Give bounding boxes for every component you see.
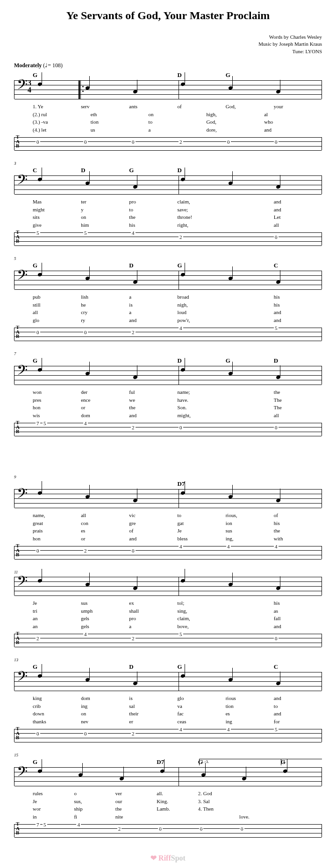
- tab-staff: TAB24250: [14, 634, 322, 647]
- tab-fret-number: 5: [43, 420, 47, 426]
- lyric-line: gloryandpow'r,and: [33, 316, 322, 324]
- chord-row: CDGD: [14, 167, 322, 174]
- lyrics-block: rulesoverall.2. GodJesus,ourKing.3. Salw…: [14, 790, 322, 820]
- tab-fret-number: 0: [226, 139, 231, 145]
- lyric-syllable: Son.: [178, 404, 226, 412]
- tab-fret-number: 2: [117, 826, 122, 832]
- tab-fret-number: 7: [36, 420, 40, 426]
- lyric-syllable: have.: [178, 396, 226, 404]
- lyric-syllable: claim,: [178, 615, 226, 623]
- lyric-syllable: and: [129, 535, 177, 543]
- lyric-syllable: sits: [33, 213, 81, 221]
- note-stem: [280, 175, 280, 187]
- tab-fret-number: 0: [240, 826, 244, 832]
- note-stem: [232, 266, 233, 278]
- note-stem: [185, 263, 185, 274]
- note-stem: [42, 481, 42, 493]
- lyric-syllable: and: [264, 126, 322, 134]
- lyric-line: kingdomisgloriousand: [33, 694, 322, 702]
- measure-number: 5: [14, 256, 16, 261]
- note-stem: [89, 485, 90, 497]
- lyric-syllable: cry: [81, 308, 129, 316]
- measure-number: 3: [14, 161, 16, 166]
- tab-label: TAB: [16, 230, 20, 243]
- note-stem: [137, 672, 137, 683]
- tab-fret-number: 0: [274, 139, 279, 145]
- chord-symbol: [81, 71, 129, 79]
- lyric-syllable: pres: [33, 396, 81, 404]
- lyric-syllable: con: [81, 519, 129, 527]
- lyric-syllable: rious,: [226, 511, 274, 519]
- lyric-syllable: all.: [157, 790, 198, 798]
- words-credit: Words by Charles Wesley: [14, 34, 322, 41]
- lyric-syllable: [226, 316, 274, 324]
- lyric-syllable: bless: [178, 535, 226, 543]
- lyric-syllable: 2. God: [198, 790, 239, 798]
- lyric-syllable: er: [129, 718, 177, 726]
- lyric-syllable: pro: [129, 615, 177, 623]
- note-stem: [137, 270, 137, 282]
- lyric-line: angelsabove,and: [33, 623, 322, 630]
- lyric-syllable: [281, 798, 322, 805]
- lyric-syllable: ing: [81, 702, 129, 710]
- chord-symbol: [33, 480, 81, 488]
- lyric-syllable: tion: [91, 118, 149, 126]
- lyric-line: downontheirfacesand: [33, 710, 322, 718]
- lyric-syllable: der: [81, 388, 129, 396]
- lyric-syllable: down: [33, 710, 81, 718]
- lyric-syllable: The: [274, 396, 322, 404]
- chord-symbol: D: [129, 663, 177, 671]
- lyric-syllable: your: [274, 103, 322, 111]
- lyric-line: worshiptheLamb.4. Then: [33, 805, 322, 813]
- tab-fret-number: 4: [226, 544, 231, 549]
- lyric-syllable: on: [81, 710, 129, 718]
- chord-symbol: G: [226, 357, 274, 364]
- lyrics-block: name,allvictorious,ofgreatcongregationhi…: [14, 511, 322, 542]
- notation-staff: 𝄢: [14, 489, 322, 508]
- tab-fret-number: 4: [274, 544, 279, 549]
- lyric-syllable: their: [129, 710, 177, 718]
- lyric-syllable: name,: [33, 511, 81, 519]
- note-stem: [232, 668, 233, 679]
- lyric-line: greatcongregationhis: [33, 519, 322, 527]
- lyric-syllable: claim,: [178, 198, 226, 206]
- lyric-syllable: and: [274, 308, 322, 316]
- music-credit: Music by Joseph Martin Kraus: [14, 41, 322, 48]
- lyric-syllable: and: [129, 316, 177, 324]
- notation-staff: 𝄢: [14, 175, 322, 194]
- note-stem: [185, 569, 185, 581]
- lyric-syllable: The: [274, 404, 322, 412]
- lyric-line: stillheisnigh,his: [33, 301, 322, 309]
- lyric-syllable: fall: [274, 615, 322, 623]
- chord-symbol: D: [81, 167, 129, 174]
- bass-clef-icon: 𝄢: [17, 77, 28, 96]
- lyric-syllable: to: [178, 511, 226, 519]
- lyric-syllable: loud: [178, 308, 226, 316]
- lyric-line: allcryaloudand: [33, 308, 322, 316]
- lyric-syllable: won: [33, 388, 81, 396]
- lyric-syllable: [226, 301, 274, 309]
- lyric-line: honortheSon.The: [33, 404, 322, 412]
- notation-staff: 𝄢: [14, 271, 322, 289]
- lyric-syllable: glo: [33, 316, 81, 324]
- lyric-syllable: ter: [81, 198, 129, 206]
- lyric-line: infinitelove.: [33, 813, 322, 821]
- lyric-syllable: 1. Ye: [33, 103, 81, 111]
- lyric-syllable: all: [274, 221, 322, 229]
- tab-staff: TAB000200: [14, 137, 322, 150]
- lyrics-block: Jesusextol;histriumphshallsing,asangelsp…: [14, 599, 322, 630]
- lyrics-block: Masterproclaim,andmightytosave;andsitson…: [14, 198, 322, 229]
- lyric-syllable: all: [33, 308, 81, 316]
- lyric-syllable: dom: [81, 412, 129, 420]
- note-stem: [137, 576, 137, 588]
- lyric-syllable: and: [274, 206, 322, 214]
- watermark: ❤ RiffSpot: [14, 854, 322, 862]
- lyric-syllable: lish: [81, 293, 129, 301]
- lyric-syllable: crib: [33, 702, 81, 710]
- chord-symbol: [81, 357, 129, 364]
- lyric-syllable: nev: [81, 718, 129, 726]
- lyric-syllable: his: [274, 293, 322, 301]
- chord-symbol: G: [33, 758, 74, 766]
- chord-row: GDGD: [14, 357, 322, 364]
- lyric-syllable: hon: [33, 404, 81, 412]
